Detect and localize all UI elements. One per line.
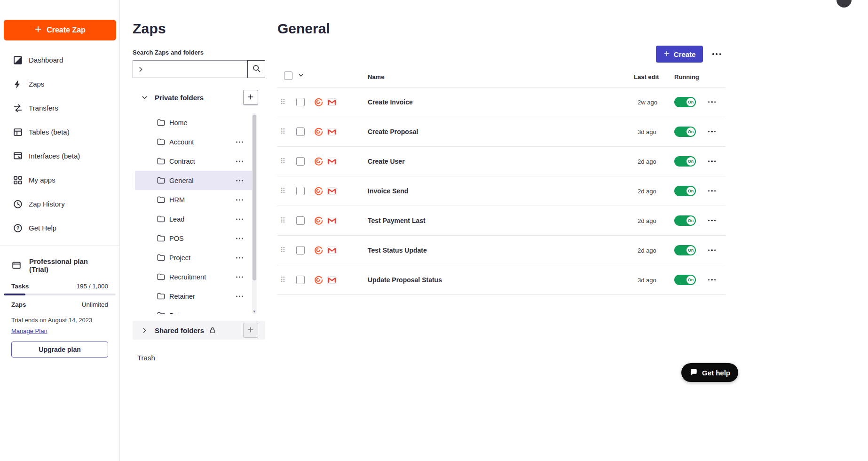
drag-handle-icon[interactable]: ⠿	[280, 98, 285, 106]
running-toggle[interactable]: On	[674, 215, 696, 226]
drag-handle-icon[interactable]: ⠿	[280, 276, 285, 284]
gmail-icon	[327, 127, 337, 137]
column-running[interactable]: Running	[674, 73, 699, 80]
row-checkbox[interactable]	[296, 246, 305, 254]
sidebar-item-dashboard[interactable]: Dashboard	[0, 48, 119, 72]
row-checkbox[interactable]	[296, 98, 305, 106]
folder-menu-button[interactable]	[234, 236, 245, 241]
folder-item-general[interactable]: General	[135, 171, 253, 190]
folder-item-recruitment[interactable]: Recruitment	[135, 267, 253, 286]
folder-item-retainer[interactable]: Retainer	[135, 286, 253, 306]
get-help-button[interactable]: Get help	[681, 363, 738, 382]
running-toggle[interactable]: On	[674, 275, 696, 285]
row-checkbox[interactable]	[296, 216, 305, 225]
running-toggle[interactable]: On	[674, 186, 696, 196]
create-zap-label: Create Zap	[47, 26, 86, 34]
running-toggle[interactable]: On	[674, 127, 696, 137]
folder-item-home[interactable]: Home	[135, 113, 253, 132]
gmail-icon	[327, 156, 337, 167]
folder-item-contract[interactable]: Contract	[135, 151, 253, 171]
drag-handle-icon[interactable]: ⠿	[280, 157, 285, 166]
trial-note: Trial ends on August 14, 2023	[11, 317, 108, 324]
sidebar-item-tables[interactable]: Tables (beta)	[0, 120, 119, 144]
row-menu-button[interactable]	[706, 188, 718, 193]
row-menu-button[interactable]	[706, 129, 718, 134]
plus-icon	[247, 326, 254, 335]
scrollbar-thumb[interactable]	[253, 115, 256, 280]
add-private-folder-button[interactable]	[243, 90, 258, 105]
row-menu-button[interactable]	[706, 277, 718, 282]
running-toggle[interactable]: On	[674, 245, 696, 255]
folder-item-project[interactable]: Project	[135, 248, 253, 267]
folder-name: POS	[169, 235, 184, 242]
plan-name: Professional plan (Trial)	[29, 257, 108, 273]
row-menu-button[interactable]	[706, 99, 718, 104]
select-dropdown-button[interactable]	[298, 72, 304, 80]
create-button[interactable]: Create	[656, 46, 703, 63]
running-toggle[interactable]: On	[674, 97, 696, 107]
folder-item-hrm[interactable]: HRM	[135, 190, 253, 209]
folder-menu-button[interactable]	[234, 178, 245, 183]
folder-menu-button[interactable]	[234, 197, 245, 202]
add-shared-folder-button[interactable]	[243, 323, 258, 338]
sidebar-item-interfaces[interactable]: Interfaces (beta)	[0, 144, 119, 168]
private-folders-header[interactable]: Private folders	[133, 89, 265, 105]
create-zap-button[interactable]: Create Zap	[4, 20, 116, 40]
row-checkbox[interactable]	[296, 187, 305, 195]
dashboard-icon	[13, 55, 23, 65]
upgrade-plan-button[interactable]: Upgrade plan	[11, 342, 108, 358]
folder-item-lead[interactable]: Lead	[135, 209, 253, 229]
sidebar-item-zap-history[interactable]: Zap History	[0, 192, 119, 216]
row-menu-button[interactable]	[706, 218, 718, 223]
sidebar-item-transfers[interactable]: Transfers	[0, 96, 119, 120]
folder-item-pos[interactable]: POS	[135, 229, 253, 248]
row-menu-button[interactable]	[706, 247, 718, 253]
column-last-edit[interactable]: Last edit	[634, 73, 659, 80]
drag-handle-icon[interactable]: ⠿	[280, 216, 285, 225]
manage-plan-link[interactable]: Manage Plan	[11, 327, 47, 334]
search-input[interactable]	[133, 61, 247, 78]
folder-name: Home	[169, 119, 188, 127]
running-toggle[interactable]: On	[674, 156, 696, 167]
zap-name-link[interactable]: Create Proposal	[368, 128, 418, 135]
zap-name-link[interactable]: Create Invoice	[368, 98, 413, 106]
user-avatar[interactable]	[836, 0, 852, 8]
interfaces-icon	[13, 151, 23, 161]
trash-link[interactable]: Trash	[133, 354, 277, 362]
folder-item-partial[interactable]: Ret	[135, 306, 253, 314]
gmail-icon	[327, 275, 337, 285]
shared-folders-header[interactable]: Shared folders	[133, 321, 265, 340]
select-all-checkbox[interactable]	[284, 72, 292, 80]
nav-label: Zap History	[29, 200, 65, 208]
table-row: ⠿ Test Status Update 2d ago On	[277, 236, 726, 265]
folder-menu-button[interactable]	[234, 216, 245, 222]
folder-menu-button[interactable]	[234, 255, 245, 260]
folder-name: General	[169, 177, 194, 184]
zap-name-link[interactable]: Create User	[368, 158, 405, 165]
folder-menu-button[interactable]	[234, 139, 245, 144]
folder-menu-button[interactable]	[234, 274, 245, 279]
column-name[interactable]: Name	[368, 73, 384, 80]
sidebar-nav: Dashboard Zaps Transfers Tables (beta) I…	[0, 48, 119, 240]
folder-item-account[interactable]: Account	[135, 132, 253, 151]
row-checkbox[interactable]	[296, 127, 305, 136]
sidebar-item-my-apps[interactable]: My apps	[0, 168, 119, 192]
row-checkbox[interactable]	[296, 157, 305, 166]
folder-scrollbar[interactable]: ▼	[252, 113, 257, 314]
zap-name-link[interactable]: Update Proposal Status	[368, 276, 442, 284]
row-menu-button[interactable]	[706, 159, 718, 164]
search-button[interactable]	[247, 60, 265, 78]
row-checkbox[interactable]	[296, 276, 305, 284]
sidebar-item-get-help[interactable]: ? Get Help	[0, 216, 119, 240]
drag-handle-icon[interactable]: ⠿	[280, 246, 285, 254]
zap-name-link[interactable]: Invoice Send	[368, 187, 408, 195]
drag-handle-icon[interactable]: ⠿	[280, 187, 285, 195]
folder-menu-button[interactable]	[234, 159, 245, 164]
drag-handle-icon[interactable]: ⠿	[280, 127, 285, 136]
zap-name-link[interactable]: Test Status Update	[368, 246, 427, 254]
folder-menu-button[interactable]	[234, 294, 245, 299]
zap-name-link[interactable]: Test Payment Last	[368, 217, 426, 224]
sidebar-item-zaps[interactable]: Zaps	[0, 72, 119, 96]
folder-more-button[interactable]	[710, 51, 723, 57]
scrollbar-down-arrow[interactable]: ▼	[252, 310, 257, 314]
